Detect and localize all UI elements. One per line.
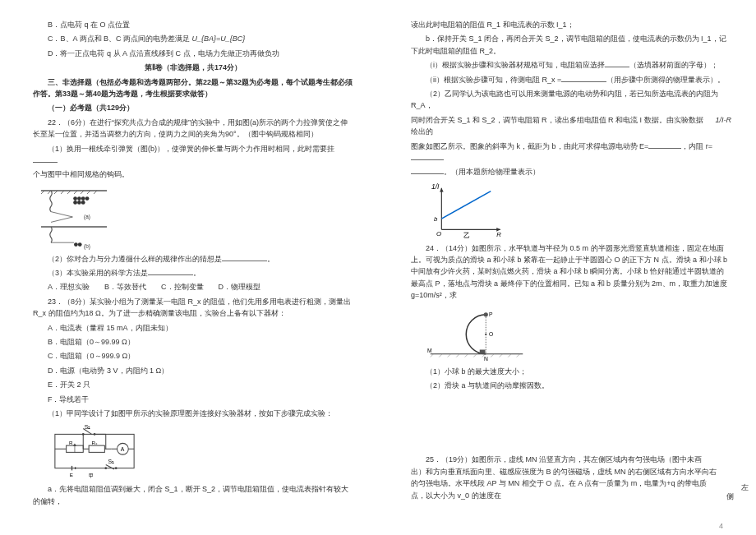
fig-p-label-inline: P	[489, 311, 493, 317]
section3-heading: 三、非选择题（包括必考题和选考题两部分。第22题～第32题为必考题，每个试题考生…	[33, 76, 353, 100]
q23: 23．（8分）某实验小组为了测量某一电阻 R_x 的阻值，他们先用多用电表进行粗…	[33, 296, 353, 320]
blank	[148, 267, 193, 275]
svg-point-13	[85, 196, 90, 201]
svg-text:Rₓ: Rₓ	[92, 440, 98, 445]
q23-a: A．电流表（量程 15 mA，内阻未知）	[33, 322, 353, 334]
svg-text:(a): (a)	[84, 213, 90, 219]
r-ii-text: （ii）根据实验步骤可知，待测电阻 R_x =	[426, 76, 561, 84]
svg-point-10	[73, 196, 77, 201]
svg-point-14	[73, 201, 77, 205]
figure-circuit: S₂ R Rₓ A E	[49, 422, 140, 480]
r-i-text: （i）根据实验步骤和实验器材规格可知，电阻箱应选择	[426, 61, 605, 69]
q22-1-text: （1）换用一根线牵引弹簧（图(b)），使弹簧的伸长量与两个力作用时相同，此时需要…	[48, 145, 334, 153]
option-b: B．点电荷 q 在 O 点位置	[33, 19, 353, 30]
q23-2b-suf: 图象如图乙所示。图象的斜率为 k，截距为 b，由此可求得电源电动势 E=，内阻 …	[411, 141, 731, 164]
blank	[222, 253, 267, 261]
right-column: 读出此时电阻箱的阻值 R_1 和电流表的示数 I_1； b．保持开关 S_1 闭…	[378, 0, 756, 535]
q22-2b: 。	[267, 255, 274, 263]
q22-3-opts: A．理想实验 B．等效替代 C．控制变量 D．物理模型	[33, 281, 353, 293]
r-ii: （ii）根据实验步骤可知，待测电阻 R_x =（用步骤中所测得的物理量表示）。	[411, 74, 731, 85]
fig-n-label-inline: N	[484, 356, 488, 362]
svg-point-16	[81, 201, 85, 205]
svg-point-48	[115, 468, 118, 470]
fig-o-label-inline: O	[489, 331, 493, 337]
q22-2-text: （2）你对合力与分力遵循什么样的规律作出的猜想是	[48, 255, 222, 263]
svg-point-15	[77, 201, 81, 205]
blank	[561, 74, 606, 82]
q24-2: （2）滑块 a 与轨道间的动摩擦因数。	[411, 380, 731, 391]
svg-rect-33	[89, 446, 104, 453]
q23-2: （2）乙同学认为该电路也可以用来测量电源的电动势和内阻，若已知所选电流表的内阻为…	[411, 88, 731, 112]
q25-text: 25．（19分）如图所示，虚线 MN 沿竖直方向，其左侧区域内有匀强电场（图中未…	[411, 455, 717, 499]
svg-text:(b): (b)	[84, 243, 90, 250]
circuit-svg: S₂ R Rₓ A E	[49, 422, 140, 480]
q23-step-a: a．先将电阻箱阻值调到最大，闭合 S_1，断开 S_2，调节电阻箱阻值，使电流表…	[33, 483, 353, 507]
chart-b-label-inline: b	[434, 215, 438, 223]
blank	[605, 59, 629, 67]
q23-2b-suf-pre: 图象如图乙所示。图象的斜率为 k，截距为 b，由此可求得电源电动势 E=	[411, 142, 648, 150]
svg-point-68	[484, 312, 488, 316]
svg-rect-69	[480, 349, 486, 353]
q23-2-text: （2）乙同学认为该电路也可以用来测量电源的电动势和内阻，若已知所选电流表的内阻为…	[411, 90, 718, 109]
r-i: （i）根据实验步骤和实验器材规格可知，电阻箱应选择（选填器材前面的字母）；	[411, 59, 731, 71]
option-d: D．将一正点电荷 q 从 A 点沿直线移到 C 点，电场力先做正功再做负功	[33, 48, 353, 59]
spring-svg: (a) (b)	[41, 184, 107, 250]
q23-c: C．电阻箱（0～999.9 Ω）	[33, 350, 353, 362]
q23-2b-suf-mid: ，内阻 r=	[681, 142, 712, 150]
option-c: C．B、A 两点和 B、C 两点间的电势差满足 U_{BA}=U_{BC}	[33, 33, 353, 44]
formula-right: 1/I-R	[715, 114, 731, 126]
r-ii-b: （用步骤中所测得的物理量表示）。	[606, 76, 725, 84]
margin-text: 左 侧	[726, 483, 736, 501]
svg-point-19	[74, 242, 78, 247]
q22-2: （2）你对合力与分力遵循什么样的规律作出的猜想是。	[33, 253, 353, 265]
q24: 24．（14分）如图所示，水平轨道与半径为 0.5 m 的半圆形光滑竖直轨道相连…	[411, 242, 731, 302]
svg-text:R: R	[69, 440, 73, 445]
section2-title: 第Ⅱ卷（非选择题，共174分）	[33, 62, 353, 73]
figure-halfcircle: P O M N	[427, 305, 526, 362]
spacer	[411, 394, 731, 451]
blank	[648, 141, 681, 149]
svg-point-47	[104, 468, 107, 470]
q23-1: （1）甲同学设计了如图甲所示的实验原理图并连接好实验器材，按如下步骤完成实验：	[33, 408, 353, 419]
svg-text:E: E	[70, 472, 73, 477]
svg-text:S₂: S₂	[85, 424, 91, 430]
chart-svg: 1/I b O R 乙	[427, 182, 509, 239]
q22-1: （1）换用一根线牵引弹簧（图(b)），使弹簧的伸长量与两个力作用时相同，此时需要…	[33, 143, 353, 167]
q23-2b-suf-end: 。（用本题所给物理量表示）	[444, 168, 540, 176]
q23-e: E．开关 2 只	[33, 379, 353, 390]
q24-1: （1）小球 b 的最大速度大小；	[411, 366, 731, 377]
q23-2b-pre: 同时闭合开关 S_1 和 S_2，调节电阻箱 R，读出多组电阻值 R 和电流 I…	[411, 116, 703, 136]
figure-spring: (a) (b)	[41, 184, 107, 250]
q23-d: D．电源（电动势 3 V，内阻约 1 Ω）	[33, 365, 353, 376]
page-number: 4	[719, 522, 723, 530]
left-column: B．点电荷 q 在 O 点位置 C．B、A 两点和 B、C 两点间的电势差满足 …	[0, 0, 378, 535]
q23-2b-end: 。（用本题所给物理量表示）	[411, 166, 731, 178]
svg-point-67	[485, 333, 486, 334]
svg-line-53	[441, 191, 491, 218]
q22-1b: 个与图甲中相同规格的钩码。	[33, 168, 353, 180]
q22-3b: 。	[193, 269, 201, 277]
q22: 22．（6分）在进行“探究共点力合成的规律”的实验中，用如图(a)所示的两个力拉…	[33, 117, 353, 141]
blank	[411, 152, 444, 160]
blank	[33, 155, 58, 163]
svg-point-20	[78, 242, 82, 247]
r-step-b: b．保持开关 S_1 闭合，再闭合开关 S_2，调节电阻箱的阻值，使电流表的示数…	[411, 33, 731, 57]
option-c-text: C．B、A 两点和 B、C 两点间的电势差满足	[48, 35, 192, 43]
q22-3-text: （3）本实验采用的科学方法是	[48, 269, 148, 277]
figure-chart: 1/I b O R 乙	[427, 182, 509, 239]
svg-text:甲: 甲	[89, 473, 94, 479]
r-line1: 读出此时电阻箱的阻值 R_1 和电流表的示数 I_1；	[411, 19, 731, 30]
q25: 25．（19分）如图所示，虚线 MN 沿竖直方向，其左侧区域内有匀强电场（图中未…	[411, 454, 731, 501]
svg-point-11	[77, 196, 81, 201]
option-c-formula: U_{BA}=U_{BC}	[192, 35, 246, 43]
fig-m-label-inline: M	[427, 348, 432, 353]
q23-f: F．导线若干	[33, 394, 353, 405]
svg-point-12	[81, 196, 85, 201]
chart-caption-inline: 乙	[463, 232, 470, 239]
svg-line-46	[106, 465, 114, 470]
r-i-b: （选填器材前面的字母）；	[629, 61, 718, 69]
required-title: （一）必考题（共129分）	[33, 102, 353, 113]
svg-text:A: A	[121, 446, 125, 452]
blank	[411, 166, 444, 174]
chart-o-label-inline: O	[436, 230, 441, 238]
